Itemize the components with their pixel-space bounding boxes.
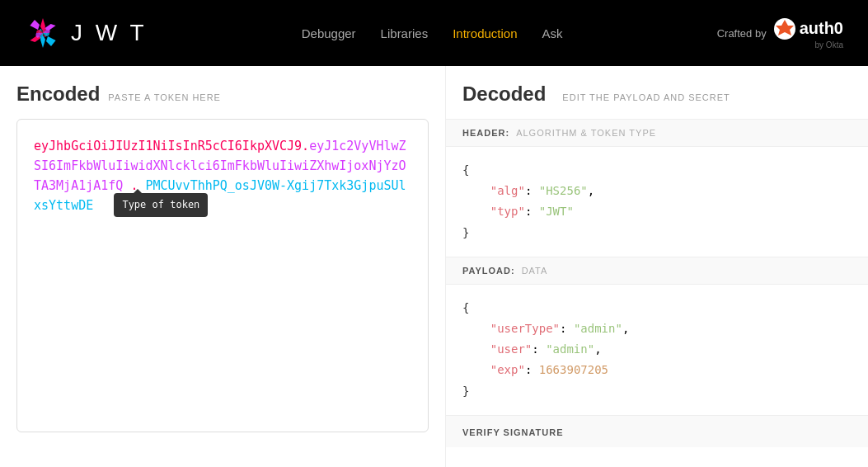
token-part-header: eyJhbGciOiJIUzI1NiIsInR5cCI6IkpXVC: [34, 139, 287, 153]
encoded-subtitle: PASTE A TOKEN HERE: [108, 92, 221, 102]
tooltip-container: . Type of token: [130, 178, 145, 193]
header-section-sublabel: ALGORITHM & TOKEN TYPE: [516, 128, 656, 138]
header-alg-value: "HS256": [539, 184, 588, 197]
payload-usertype-key: "userType": [490, 322, 560, 335]
nav-debugger[interactable]: Debugger: [302, 26, 356, 40]
verify-section-header: VERIFY SIGNATURE: [446, 416, 868, 447]
header-left: J W T: [25, 15, 148, 51]
decoded-panel: Decoded EDIT THE PAYLOAD AND SECRET HEAD…: [445, 66, 868, 467]
payload-comma2: ,: [594, 342, 601, 356]
nav-libraries[interactable]: Libraries: [381, 26, 429, 40]
token-dot1: .: [302, 139, 309, 153]
header-section-content[interactable]: { "alg": "HS256", "typ": "JWT" }: [446, 147, 868, 257]
header-typ-value: "JWT": [539, 205, 574, 218]
main-nav: Debugger Libraries Introduction Ask: [302, 26, 563, 40]
header-colon1: :: [525, 184, 539, 197]
token-part-payload2: jA1fQ: [86, 178, 123, 193]
header-section: HEADER: ALGORITHM & TOKEN TYPE { "alg": …: [446, 119, 868, 257]
encoded-panel: Encoded PASTE A TOKEN HERE eyJhbGciOiJIU…: [0, 66, 445, 467]
jwt-logo-icon: [25, 15, 61, 51]
header-section-header: HEADER: ALGORITHM & TOKEN TYPE: [446, 120, 868, 147]
header-alg-key: "alg": [490, 184, 525, 197]
decoded-subtitle: EDIT THE PAYLOAD AND SECRET: [562, 92, 730, 102]
payload-section-sublabel: DATA: [522, 266, 548, 276]
crafted-by-label: Crafted by: [717, 27, 767, 40]
encoded-title-row: Encoded PASTE A TOKEN HERE: [16, 83, 429, 109]
auth0-logo: auth0 by Okta: [773, 17, 843, 50]
payload-section-content[interactable]: { "userType": "admin", "user": "admin", …: [446, 285, 868, 415]
payload-open-brace: {: [462, 301, 469, 314]
payload-user-value: "admin": [546, 342, 594, 356]
by-okta-text: by Okta: [815, 40, 843, 50]
header-close-brace: }: [462, 226, 469, 239]
nav-introduction[interactable]: Introduction: [453, 26, 517, 40]
header: J W T Debugger Libraries Introduction As…: [0, 0, 868, 66]
payload-colon2: :: [532, 342, 546, 356]
auth0-text: auth0: [800, 19, 843, 38]
verify-section: VERIFY SIGNATURE: [446, 415, 868, 447]
payload-exp-value: 1663907205: [539, 363, 608, 376]
payload-section-label: PAYLOAD:: [462, 266, 515, 276]
auth0-icon: [773, 17, 796, 40]
payload-close-brace: }: [462, 384, 469, 398]
header-colon2: :: [525, 205, 539, 218]
header-typ-key: "typ": [490, 205, 525, 218]
decoded-title: Decoded: [462, 83, 546, 106]
payload-colon3: :: [525, 363, 539, 376]
header-right: Crafted by auth0 by Okta: [717, 17, 843, 50]
decoded-title-row: Decoded EDIT THE PAYLOAD AND SECRET: [446, 66, 868, 119]
payload-colon1: :: [560, 322, 574, 335]
header-section-label: HEADER:: [462, 128, 509, 138]
payload-section-header: PAYLOAD: DATA: [446, 257, 868, 285]
payload-user-key: "user": [490, 342, 533, 356]
main-content: Encoded PASTE A TOKEN HERE eyJhbGciOiJIU…: [0, 66, 868, 467]
payload-comma1: ,: [622, 322, 629, 335]
header-open-brace: {: [462, 163, 469, 177]
verify-section-label: VERIFY SIGNATURE: [462, 427, 564, 437]
payload-exp-key: "exp": [490, 363, 525, 376]
token-tooltip: Type of token: [114, 193, 208, 217]
payload-usertype-value: "admin": [574, 322, 622, 335]
encoded-title: Encoded: [16, 83, 100, 106]
token-part-header2: J9: [287, 139, 302, 153]
nav-ask[interactable]: Ask: [542, 26, 563, 40]
logo-text: J W T: [71, 20, 148, 46]
payload-section: PAYLOAD: DATA { "userType": "admin", "us…: [446, 257, 868, 415]
encoded-token-box[interactable]: eyJhbGciOiJIUzI1NiIsInR5cCI6IkpXVCJ9.eyJ…: [16, 119, 429, 432]
header-comma1: ,: [588, 184, 594, 197]
